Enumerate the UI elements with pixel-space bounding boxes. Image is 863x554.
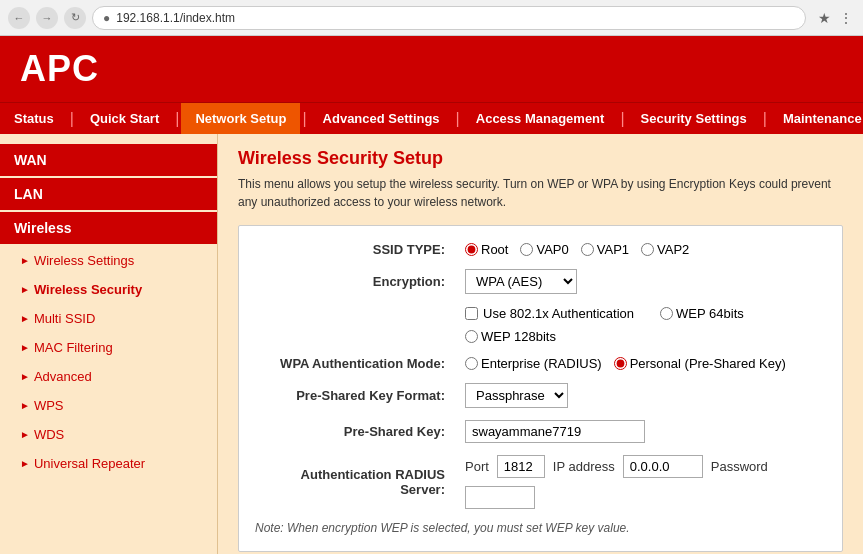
8021x-control: Use 802.1x Authentication WEP 64bits WEP… (465, 306, 826, 344)
ssid-root-input[interactable] (465, 243, 478, 256)
nav-quick-start[interactable]: Quick Start (76, 103, 173, 134)
encryption-label: Encryption: (255, 274, 455, 289)
wep64-input[interactable] (660, 307, 673, 320)
radius-label: Authentication RADIUS Server: (255, 467, 455, 497)
radius-pass-label: Password (711, 459, 768, 474)
nav-access-management[interactable]: Access Management (462, 103, 619, 134)
radius-ip-label: IP address (553, 459, 615, 474)
nav-status[interactable]: Status (0, 103, 68, 134)
ssid-vap1-radio[interactable]: VAP1 (581, 242, 629, 257)
url-text: 192.168.1.1/index.htm (116, 11, 235, 25)
radius-row: Authentication RADIUS Server: Port IP ad… (255, 455, 826, 509)
wpa-auth-label: WPA Authentication Mode: (255, 356, 455, 371)
app-header: APC (0, 36, 863, 102)
form-panel: SSID TYPE: Root VAP0 VAP1 (238, 225, 843, 552)
wep128-radio[interactable]: WEP 128bits (465, 329, 556, 344)
arrow-icon: ► (20, 400, 30, 411)
sidebar-section-lan[interactable]: LAN (0, 178, 217, 210)
radius-pass-input[interactable] (465, 486, 535, 509)
psk-format-row: Pre-Shared Key Format: Passphrase Hex (255, 383, 826, 408)
nav-network-setup[interactable]: Network Setup (181, 103, 300, 134)
ssid-vap0-radio[interactable]: VAP0 (520, 242, 568, 257)
main-layout: WAN LAN Wireless ► Wireless Settings ► W… (0, 134, 863, 554)
encryption-select[interactable]: None WEP WPA (TKIP) WPA (AES) WPA2 (TKIP… (465, 269, 577, 294)
sidebar-item-wps[interactable]: ► WPS (0, 391, 217, 420)
arrow-icon: ► (20, 255, 30, 266)
nav-maintenance[interactable]: Maintenance (769, 103, 863, 134)
sidebar-section-wan[interactable]: WAN (0, 144, 217, 176)
arrow-icon: ► (20, 342, 30, 353)
8021x-checkbox[interactable] (465, 307, 478, 320)
browser-action-icons: ★ ⋮ (816, 8, 855, 28)
arrow-icon: ► (20, 458, 30, 469)
arrow-icon: ► (20, 313, 30, 324)
ssid-root-radio[interactable]: Root (465, 242, 508, 257)
psk-label: Pre-Shared Key: (255, 424, 455, 439)
refresh-button[interactable]: ↻ (64, 7, 86, 29)
security-icon: ● (103, 11, 110, 25)
psk-row: Pre-Shared Key: (255, 420, 826, 443)
ssid-type-row: SSID TYPE: Root VAP0 VAP1 (255, 242, 826, 257)
nav-bar: Status | Quick Start | Network Setup | A… (0, 102, 863, 134)
page-description: This menu allows you setup the wireless … (238, 175, 843, 211)
encryption-row: Encryption: None WEP WPA (TKIP) WPA (AES… (255, 269, 826, 294)
ssid-vap1-input[interactable] (581, 243, 594, 256)
sidebar-section-wireless[interactable]: Wireless (0, 212, 217, 244)
browser-bar: ← → ↻ ● 192.168.1.1/index.htm ★ ⋮ (0, 0, 863, 36)
sidebar: WAN LAN Wireless ► Wireless Settings ► W… (0, 134, 218, 554)
personal-input[interactable] (614, 357, 627, 370)
personal-radio[interactable]: Personal (Pre-Shared Key) (614, 356, 786, 371)
psk-input[interactable] (465, 420, 645, 443)
sidebar-item-wds[interactable]: ► WDS (0, 420, 217, 449)
psk-format-select[interactable]: Passphrase Hex (465, 383, 568, 408)
back-button[interactable]: ← (8, 7, 30, 29)
radius-ip-input[interactable] (623, 455, 703, 478)
encryption-control: None WEP WPA (TKIP) WPA (AES) WPA2 (TKIP… (465, 269, 577, 294)
sidebar-item-multi-ssid[interactable]: ► Multi SSID (0, 304, 217, 333)
sidebar-item-mac-filtering[interactable]: ► MAC Filtering (0, 333, 217, 362)
radius-port-label: Port (465, 459, 489, 474)
wpa-auth-row: WPA Authentication Mode: Enterprise (RAD… (255, 356, 826, 371)
nav-security-settings[interactable]: Security Settings (627, 103, 761, 134)
sidebar-item-advanced[interactable]: ► Advanced (0, 362, 217, 391)
content-area: Wireless Security Setup This menu allows… (218, 134, 863, 554)
ssid-vap2-input[interactable] (641, 243, 654, 256)
wep-note: Note: When encryption WEP is selected, y… (255, 521, 826, 535)
radius-port-input[interactable] (497, 455, 545, 478)
8021x-checkbox-label[interactable]: Use 802.1x Authentication (465, 306, 634, 321)
radius-control: Port IP address Password (465, 455, 826, 509)
menu-button[interactable]: ⋮ (837, 8, 855, 28)
arrow-icon: ► (20, 429, 30, 440)
nav-advanced-settings[interactable]: Advanced Settings (309, 103, 454, 134)
arrow-icon: ► (20, 284, 30, 295)
arrow-icon: ► (20, 371, 30, 382)
app-logo: APC (20, 48, 99, 90)
ssid-type-control: Root VAP0 VAP1 VAP2 (465, 242, 689, 257)
sidebar-item-universal-repeater[interactable]: ► Universal Repeater (0, 449, 217, 478)
psk-format-label: Pre-Shared Key Format: (255, 388, 455, 403)
forward-button[interactable]: → (36, 7, 58, 29)
enterprise-input[interactable] (465, 357, 478, 370)
sidebar-item-wireless-settings[interactable]: ► Wireless Settings (0, 246, 217, 275)
wep128-input[interactable] (465, 330, 478, 343)
ssid-vap2-radio[interactable]: VAP2 (641, 242, 689, 257)
psk-format-control: Passphrase Hex (465, 383, 568, 408)
wep64-radio[interactable]: WEP 64bits (660, 306, 744, 321)
enterprise-radio[interactable]: Enterprise (RADIUS) (465, 356, 602, 371)
url-bar: ● 192.168.1.1/index.htm (92, 6, 806, 30)
ssid-vap0-input[interactable] (520, 243, 533, 256)
page-title: Wireless Security Setup (238, 148, 843, 169)
psk-control (465, 420, 645, 443)
8021x-row: Use 802.1x Authentication WEP 64bits WEP… (255, 306, 826, 344)
wpa-auth-control: Enterprise (RADIUS) Personal (Pre-Shared… (465, 356, 786, 371)
ssid-type-label: SSID TYPE: (255, 242, 455, 257)
sidebar-item-wireless-security[interactable]: ► Wireless Security (0, 275, 217, 304)
bookmark-button[interactable]: ★ (816, 8, 833, 28)
